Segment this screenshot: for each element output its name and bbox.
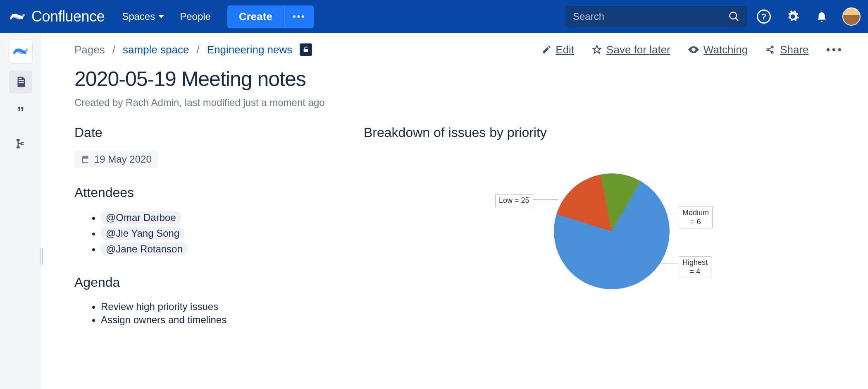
tree-icon — [14, 137, 27, 149]
list-item: Assign owners and timelines — [101, 314, 339, 326]
breadcrumb-space[interactable]: sample space — [123, 43, 189, 56]
nav-people[interactable]: People — [174, 7, 217, 26]
chart-title: Breakdown of issues by priority — [364, 125, 843, 140]
list-item: Review high priority issues — [101, 301, 339, 312]
search-input[interactable] — [573, 11, 728, 22]
page-icon — [14, 76, 27, 88]
sidebar: ” — [0, 33, 41, 389]
watching-button[interactable]: Watching — [688, 43, 748, 56]
dots-icon: ••• — [293, 11, 306, 22]
unlock-icon — [302, 46, 310, 53]
gear-icon — [786, 10, 799, 23]
save-for-later-button[interactable]: Save for later — [591, 43, 670, 56]
breadcrumb-root[interactable]: Pages — [74, 43, 105, 56]
date-chip: 19 May 2020 — [74, 151, 158, 168]
product-name: Confluence — [31, 8, 105, 25]
top-nav: Confluence Spaces People Create ••• ? — [0, 0, 868, 33]
list-item: @Omar Darboe — [101, 211, 339, 224]
page-actions: Edit Save for later Watching Share ••• — [541, 43, 843, 56]
chart-label-highest: Highest = 4 — [679, 256, 711, 278]
share-icon — [765, 44, 776, 55]
help-icon: ? — [757, 10, 771, 24]
section-agenda-heading: Agenda — [74, 275, 339, 290]
page-more-button[interactable]: ••• — [826, 43, 843, 56]
page-content: Pages / sample space / Engineering news … — [41, 33, 868, 389]
agenda-list: Review high priority issues Assign owner… — [74, 301, 339, 326]
section-attendees-heading: Attendees — [74, 185, 339, 200]
search-box[interactable] — [565, 6, 747, 27]
product-logo[interactable]: Confluence — [10, 8, 105, 25]
create-button[interactable]: Create — [227, 5, 284, 28]
page-byline: Created by Rach Admin, last modified jus… — [74, 97, 843, 108]
bell-icon — [816, 10, 828, 23]
list-item: @Jane Rotanson — [101, 243, 339, 256]
pie-chart: Low = 25 Medium = 6 Highest = 4 — [488, 157, 719, 306]
sidebar-pages[interactable] — [9, 70, 32, 94]
attendees-list: @Omar Darboe @Jie Yang Song @Jane Rotans… — [74, 211, 339, 256]
notifications-button[interactable] — [813, 7, 831, 26]
sidebar-quotes[interactable]: ” — [9, 101, 32, 124]
create-more-button[interactable]: ••• — [284, 5, 314, 28]
breadcrumb: Pages / sample space / Engineering news — [74, 43, 292, 56]
chart-label-medium: Medium = 6 — [679, 207, 713, 228]
sidebar-tree[interactable] — [9, 132, 32, 155]
help-button[interactable]: ? — [755, 7, 773, 26]
chevron-down-icon — [158, 15, 164, 18]
user-mention[interactable]: @Jie Yang Song — [101, 227, 184, 240]
section-date-heading: Date — [74, 125, 339, 140]
chart-label-low: Low = 25 — [495, 194, 533, 207]
pencil-icon — [541, 45, 551, 55]
calendar-icon — [81, 155, 90, 164]
list-item: @Jie Yang Song — [101, 227, 339, 240]
nav-spaces[interactable]: Spaces — [116, 7, 170, 26]
share-button[interactable]: Share — [765, 43, 808, 56]
page-title: 2020-05-19 Meeting notes — [74, 67, 843, 91]
breadcrumb-parent[interactable]: Engineering news — [207, 43, 293, 56]
settings-button[interactable] — [784, 7, 802, 26]
user-mention[interactable]: @Jane Rotanson — [101, 243, 188, 256]
quote-icon: ” — [17, 104, 24, 121]
search-icon — [728, 11, 740, 22]
pie-graphic — [554, 173, 670, 289]
user-mention[interactable]: @Omar Darboe — [101, 211, 181, 224]
edit-button[interactable]: Edit — [541, 43, 574, 56]
sidebar-space-icon[interactable] — [9, 40, 32, 63]
eye-icon — [688, 44, 699, 55]
star-icon — [591, 44, 602, 55]
user-avatar[interactable] — [842, 7, 861, 26]
confluence-space-icon — [13, 44, 28, 59]
restrictions-icon[interactable] — [300, 43, 312, 56]
confluence-logo-icon — [10, 9, 25, 24]
